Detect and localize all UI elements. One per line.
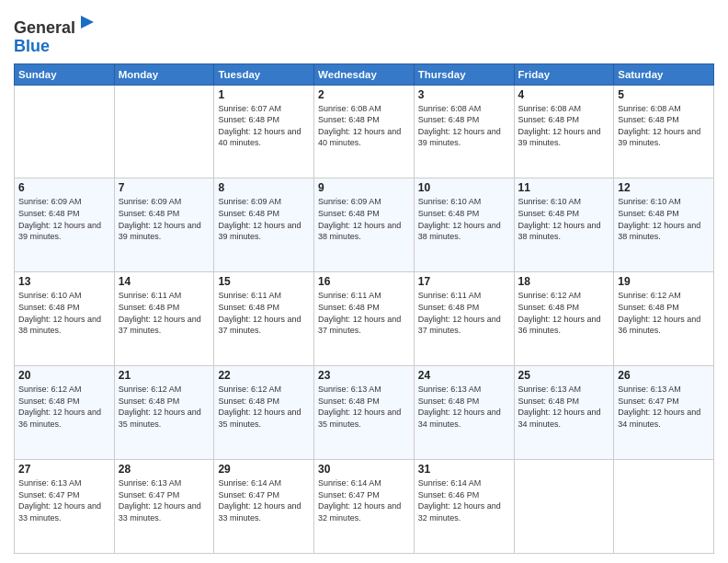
calendar-cell (614, 460, 714, 554)
calendar-cell: 10Sunrise: 6:10 AM Sunset: 6:48 PM Dayli… (414, 178, 514, 272)
day-number: 13 (18, 275, 110, 288)
day-info: Sunrise: 6:13 AM Sunset: 6:47 PM Dayligh… (18, 477, 110, 523)
day-number: 20 (18, 369, 110, 382)
day-number: 31 (418, 463, 510, 476)
day-number: 19 (618, 275, 710, 288)
day-number: 11 (518, 181, 610, 194)
day-number: 12 (618, 181, 710, 194)
day-info: Sunrise: 6:11 AM Sunset: 6:48 PM Dayligh… (418, 290, 510, 336)
day-number: 9 (318, 181, 410, 194)
day-info: Sunrise: 6:10 AM Sunset: 6:48 PM Dayligh… (18, 290, 110, 336)
day-number: 27 (18, 463, 110, 476)
day-info: Sunrise: 6:11 AM Sunset: 6:48 PM Dayligh… (318, 290, 410, 336)
logo-blue: Blue (14, 37, 50, 55)
day-number: 16 (318, 275, 410, 288)
day-info: Sunrise: 6:14 AM Sunset: 6:47 PM Dayligh… (318, 477, 410, 523)
day-number: 29 (218, 463, 310, 476)
calendar-cell: 17Sunrise: 6:11 AM Sunset: 6:48 PM Dayli… (414, 272, 514, 366)
day-number: 3 (418, 88, 510, 101)
day-info: Sunrise: 6:12 AM Sunset: 6:48 PM Dayligh… (218, 384, 310, 430)
calendar-cell: 15Sunrise: 6:11 AM Sunset: 6:48 PM Dayli… (214, 272, 314, 366)
weekday-header-sunday: Sunday (15, 63, 115, 85)
day-number: 6 (18, 181, 110, 194)
day-number: 5 (618, 88, 710, 101)
calendar-cell: 1Sunrise: 6:07 AM Sunset: 6:48 PM Daylig… (214, 85, 314, 178)
logo-flag-icon (77, 13, 97, 33)
day-info: Sunrise: 6:08 AM Sunset: 6:48 PM Dayligh… (618, 103, 710, 149)
day-number: 7 (119, 181, 210, 194)
logo: General Blue (14, 13, 97, 56)
weekday-header-thursday: Thursday (414, 63, 514, 85)
day-number: 30 (318, 463, 410, 476)
day-info: Sunrise: 6:08 AM Sunset: 6:48 PM Dayligh… (418, 103, 510, 149)
page: General Blue SundayMondayTuesdayWednesda… (0, 0, 728, 563)
weekday-header-wednesday: Wednesday (314, 63, 415, 85)
calendar-cell: 7Sunrise: 6:09 AM Sunset: 6:48 PM Daylig… (114, 178, 214, 272)
day-info: Sunrise: 6:13 AM Sunset: 6:47 PM Dayligh… (119, 477, 210, 523)
header: General Blue (14, 9, 714, 56)
day-info: Sunrise: 6:10 AM Sunset: 6:48 PM Dayligh… (518, 196, 610, 242)
day-info: Sunrise: 6:14 AM Sunset: 6:46 PM Dayligh… (418, 477, 510, 523)
day-info: Sunrise: 6:09 AM Sunset: 6:48 PM Dayligh… (218, 196, 310, 242)
day-number: 1 (218, 88, 310, 101)
calendar-cell: 29Sunrise: 6:14 AM Sunset: 6:47 PM Dayli… (214, 460, 314, 554)
day-info: Sunrise: 6:08 AM Sunset: 6:48 PM Dayligh… (518, 103, 610, 149)
calendar-cell (514, 460, 614, 554)
weekday-header-monday: Monday (114, 63, 214, 85)
day-number: 18 (518, 275, 610, 288)
day-number: 17 (418, 275, 510, 288)
calendar-cell: 13Sunrise: 6:10 AM Sunset: 6:48 PM Dayli… (15, 272, 115, 366)
calendar-cell: 2Sunrise: 6:08 AM Sunset: 6:48 PM Daylig… (314, 85, 415, 178)
calendar-cell: 30Sunrise: 6:14 AM Sunset: 6:47 PM Dayli… (314, 460, 415, 554)
day-info: Sunrise: 6:12 AM Sunset: 6:48 PM Dayligh… (18, 384, 110, 430)
day-info: Sunrise: 6:12 AM Sunset: 6:48 PM Dayligh… (518, 290, 610, 336)
calendar-cell: 6Sunrise: 6:09 AM Sunset: 6:48 PM Daylig… (15, 178, 115, 272)
day-number: 24 (418, 369, 510, 382)
day-info: Sunrise: 6:12 AM Sunset: 6:48 PM Dayligh… (119, 384, 210, 430)
calendar-cell: 27Sunrise: 6:13 AM Sunset: 6:47 PM Dayli… (15, 460, 115, 554)
calendar-cell: 20Sunrise: 6:12 AM Sunset: 6:48 PM Dayli… (15, 366, 115, 460)
calendar-cell: 21Sunrise: 6:12 AM Sunset: 6:48 PM Dayli… (114, 366, 214, 460)
day-number: 8 (218, 181, 310, 194)
calendar-cell: 24Sunrise: 6:13 AM Sunset: 6:48 PM Dayli… (414, 366, 514, 460)
calendar-cell (15, 85, 115, 178)
day-info: Sunrise: 6:13 AM Sunset: 6:48 PM Dayligh… (418, 384, 510, 430)
logo-general: General (14, 18, 75, 37)
day-info: Sunrise: 6:11 AM Sunset: 6:48 PM Dayligh… (218, 290, 310, 336)
day-number: 4 (518, 88, 610, 101)
calendar-cell: 4Sunrise: 6:08 AM Sunset: 6:48 PM Daylig… (514, 85, 614, 178)
calendar-cell: 16Sunrise: 6:11 AM Sunset: 6:48 PM Dayli… (314, 272, 415, 366)
calendar-cell: 25Sunrise: 6:13 AM Sunset: 6:48 PM Dayli… (514, 366, 614, 460)
day-info: Sunrise: 6:13 AM Sunset: 6:48 PM Dayligh… (518, 384, 610, 430)
calendar-cell: 9Sunrise: 6:09 AM Sunset: 6:48 PM Daylig… (314, 178, 415, 272)
svg-marker-0 (81, 16, 94, 29)
day-info: Sunrise: 6:08 AM Sunset: 6:48 PM Dayligh… (318, 103, 410, 149)
day-info: Sunrise: 6:09 AM Sunset: 6:48 PM Dayligh… (119, 196, 210, 242)
day-number: 10 (418, 181, 510, 194)
day-info: Sunrise: 6:11 AM Sunset: 6:48 PM Dayligh… (119, 290, 210, 336)
day-number: 21 (119, 369, 210, 382)
day-info: Sunrise: 6:07 AM Sunset: 6:48 PM Dayligh… (218, 103, 310, 149)
calendar-cell: 22Sunrise: 6:12 AM Sunset: 6:48 PM Dayli… (214, 366, 314, 460)
day-info: Sunrise: 6:12 AM Sunset: 6:48 PM Dayligh… (618, 290, 710, 336)
day-number: 22 (218, 369, 310, 382)
calendar-cell: 8Sunrise: 6:09 AM Sunset: 6:48 PM Daylig… (214, 178, 314, 272)
day-info: Sunrise: 6:14 AM Sunset: 6:47 PM Dayligh… (218, 477, 310, 523)
calendar-cell: 12Sunrise: 6:10 AM Sunset: 6:48 PM Dayli… (614, 178, 714, 272)
day-number: 23 (318, 369, 410, 382)
day-info: Sunrise: 6:13 AM Sunset: 6:48 PM Dayligh… (318, 384, 410, 430)
day-number: 15 (218, 275, 310, 288)
calendar-cell: 19Sunrise: 6:12 AM Sunset: 6:48 PM Dayli… (614, 272, 714, 366)
calendar-table: SundayMondayTuesdayWednesdayThursdayFrid… (14, 63, 714, 554)
calendar-cell: 23Sunrise: 6:13 AM Sunset: 6:48 PM Dayli… (314, 366, 415, 460)
calendar-cell (114, 85, 214, 178)
day-info: Sunrise: 6:09 AM Sunset: 6:48 PM Dayligh… (318, 196, 410, 242)
calendar-cell: 18Sunrise: 6:12 AM Sunset: 6:48 PM Dayli… (514, 272, 614, 366)
day-info: Sunrise: 6:09 AM Sunset: 6:48 PM Dayligh… (18, 196, 110, 242)
day-number: 14 (119, 275, 210, 288)
day-number: 26 (618, 369, 710, 382)
calendar-cell: 26Sunrise: 6:13 AM Sunset: 6:47 PM Dayli… (614, 366, 714, 460)
weekday-header-friday: Friday (514, 63, 614, 85)
day-number: 25 (518, 369, 610, 382)
weekday-header-tuesday: Tuesday (214, 63, 314, 85)
